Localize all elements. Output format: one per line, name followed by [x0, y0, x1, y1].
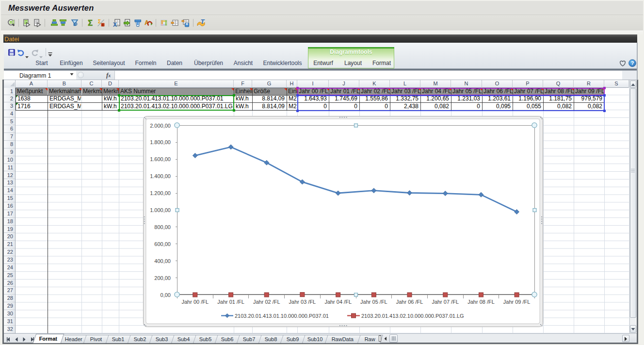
svg-text:Jahr 07 /FL: Jahr 07 /FL — [432, 299, 459, 305]
svg-text:Jahr 08 /FL: Jahr 08 /FL — [467, 299, 495, 305]
svg-text:Jahr 05 /FL: Jahr 05 /FL — [360, 299, 387, 305]
svg-text:Jahr 00 /FL: Jahr 00 /FL — [181, 299, 209, 305]
svg-text:T: T — [201, 19, 205, 25]
svg-text:Jahr 04 /FL: Jahr 04 /FL — [324, 299, 352, 305]
svg-text:Jahr 01 /FL: Jahr 01 /FL — [217, 299, 244, 305]
svg-text:2103.20.01.413.01.10.000.000.P: 2103.20.01.413.01.10.000.000.P037.01 — [235, 313, 329, 319]
svg-text:2103.20.01.413.02.10.000.000.P: 2103.20.01.413.02.10.000.000.P037.01.LG — [361, 313, 464, 319]
svg-text:2.000,00: 2.000,00 — [150, 123, 171, 129]
svg-text:200,00: 200,00 — [154, 275, 171, 281]
svg-text:Σ: Σ — [88, 19, 93, 27]
svg-text:?: ? — [630, 60, 634, 66]
svg-text:Jahr 09 /FL: Jahr 09 /FL — [503, 299, 531, 305]
svg-text:1.400,00: 1.400,00 — [150, 173, 171, 179]
svg-text:X: X — [113, 21, 117, 28]
svg-text:600,00: 600,00 — [154, 241, 171, 247]
svg-text:Jahr 03 /FL: Jahr 03 /FL — [289, 299, 316, 305]
svg-text:Jahr 06 /FL: Jahr 06 /FL — [396, 299, 423, 305]
svg-text:Jahr 02 /FL: Jahr 02 /FL — [253, 299, 280, 305]
svg-text:800,00: 800,00 — [154, 224, 171, 230]
svg-text:400,00: 400,00 — [154, 258, 171, 264]
svg-text:1.800,00: 1.800,00 — [150, 139, 171, 145]
svg-text:0,00: 0,00 — [161, 292, 171, 298]
svg-text:1.000,00: 1.000,00 — [150, 207, 171, 213]
svg-text:Σ: Σ — [102, 23, 104, 27]
svg-text:1.600,00: 1.600,00 — [150, 156, 171, 162]
svg-text:1.200,00: 1.200,00 — [150, 190, 171, 196]
